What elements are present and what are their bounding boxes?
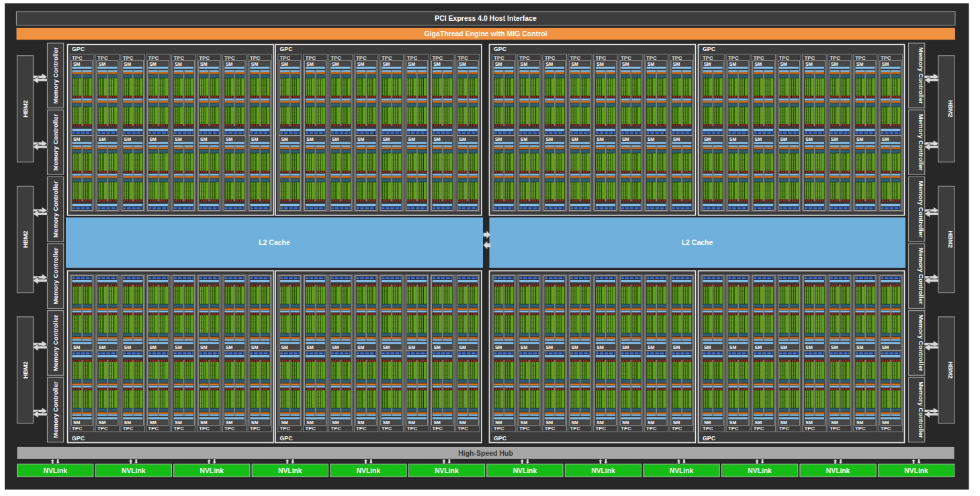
svg-text:Memory Controller: Memory Controller	[52, 314, 59, 371]
svg-text:HBM2: HBM2	[22, 100, 29, 117]
svg-text:Memory Controller: Memory Controller	[918, 114, 925, 171]
svg-text:L2 Cache: L2 Cache	[259, 238, 290, 246]
svg-text:NVLink: NVLink	[748, 467, 772, 475]
svg-text:NVLink: NVLink	[435, 467, 459, 475]
svg-text:NVLink: NVLink	[357, 467, 381, 475]
svg-text:HBM2: HBM2	[22, 361, 29, 379]
svg-text:GigaThread Engine with MIG Con: GigaThread Engine with MIG Control	[424, 30, 547, 38]
svg-text:Memory Controller: Memory Controller	[918, 47, 925, 104]
svg-text:NVLink: NVLink	[513, 467, 537, 475]
svg-text:HBM2: HBM2	[22, 231, 29, 248]
svg-text:NVLink: NVLink	[278, 467, 302, 475]
svg-text:Memory Controller: Memory Controller	[52, 181, 59, 238]
svg-text:Memory Controller: Memory Controller	[52, 381, 59, 438]
svg-text:NVLink: NVLink	[826, 467, 850, 475]
svg-text:Memory Controller: Memory Controller	[918, 181, 925, 238]
svg-text:NVLink: NVLink	[122, 467, 146, 475]
svg-text:HBM2: HBM2	[947, 361, 954, 379]
svg-text:High-Speed Hub: High-Speed Hub	[458, 449, 513, 457]
svg-text:Memory Controller: Memory Controller	[52, 114, 59, 171]
svg-text:Memory Controller: Memory Controller	[918, 248, 925, 305]
svg-text:HBM2: HBM2	[947, 231, 954, 248]
svg-text:HBM2: HBM2	[947, 100, 954, 117]
svg-text:NVLink: NVLink	[670, 467, 694, 475]
svg-text:Memory Controller: Memory Controller	[52, 47, 59, 104]
svg-text:Memory Controller: Memory Controller	[52, 248, 59, 305]
svg-text:Memory Controller: Memory Controller	[918, 381, 925, 438]
svg-text:Memory Controller: Memory Controller	[918, 315, 925, 372]
svg-text:PCI Express 4.0 Host Interface: PCI Express 4.0 Host Interface	[435, 14, 537, 22]
svg-text:NVLink: NVLink	[591, 467, 615, 475]
svg-text:NVLink: NVLink	[43, 467, 67, 475]
svg-text:L2 Cache: L2 Cache	[682, 238, 713, 246]
svg-text:NVLink: NVLink	[200, 467, 224, 475]
svg-text:NVLink: NVLink	[904, 467, 928, 475]
